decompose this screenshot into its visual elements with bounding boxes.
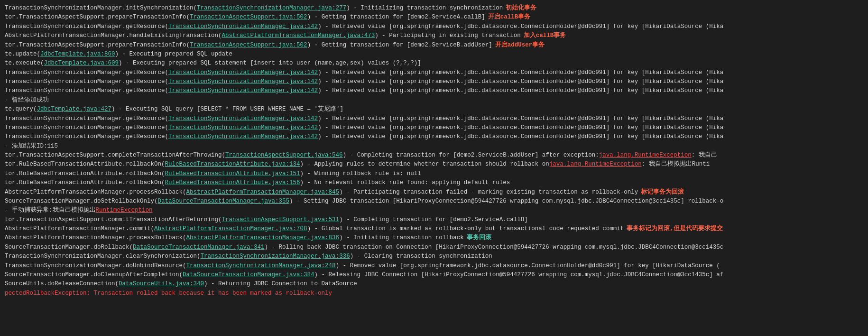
log-line: TransactionSynchronizationManager.getRes…: [5, 132, 863, 141]
annotation-text: 初始化事务: [506, 4, 536, 13]
log-link[interactable]: AbstractPlatformTransactionManager.java:…: [186, 233, 340, 243]
log-link[interactable]: TransactionSynchronizationManager.java:1…: [168, 68, 318, 77]
log-text: ) - Completing transaction for [demo2.Se…: [339, 215, 528, 224]
log-text: ) - Participating transaction failed - m…: [339, 188, 638, 197]
annotation-text: 事务标记为回滚,但是代码要求提交: [627, 224, 723, 233]
log-link[interactable]: RuleBasedTransactionAttribute.java:134: [165, 160, 300, 169]
log-text: SourceTransactionManager.doCleanupAfterC…: [5, 271, 183, 280]
log-link[interactable]: DataSourceTransactionManager.java:341: [133, 243, 265, 252]
log-line: TransactionSynchronizationManager.clearS…: [5, 252, 863, 261]
log-text: ) - Retrieved value [org.springframework…: [318, 114, 723, 123]
log-text: AbstractPlatformTransactionManager.handl…: [5, 31, 222, 40]
log-text: TransactionSynchronizationManager.getRes…: [5, 132, 168, 141]
log-link-error[interactable]: java.lang.RuntimeException: [549, 160, 642, 169]
log-text: ) - Getting transaction for [demo2.Servi…: [307, 41, 492, 50]
log-text: tor.RuleBasedTransactionAttribute.rollba…: [5, 178, 165, 187]
log-line: SourceTransactionManager.doRollback(Data…: [5, 243, 863, 252]
log-text: ) - Getting transaction for [demo2.Servi…: [307, 13, 485, 22]
log-text: ) - Retrieved value [org.springframework…: [318, 22, 723, 31]
log-line: te.update(JdbcTemplate.java:860) - Execu…: [5, 50, 863, 59]
log-link-error[interactable]: RuntimeException: [96, 206, 153, 215]
log-link-error[interactable]: java.lang.RuntimeException: [599, 151, 692, 160]
log-text: TransactionSynchronizationManager.clearS…: [5, 252, 201, 261]
log-text: AbstractPlatformTransactionManager.proce…: [5, 233, 186, 243]
log-line: TransactionSynchronizationManager.getRes…: [5, 114, 863, 123]
log-link[interactable]: TransactionSynchronizationManagec_java:1…: [168, 22, 318, 31]
log-line: AbstractPlatformTransactionManager.commi…: [5, 224, 863, 233]
log-text: AbstractPlatformTransactionManager.commi…: [5, 224, 154, 233]
log-text: SourceUtils.doReleaseConnection(: [5, 280, 119, 289]
log-link[interactable]: JdbcTemplate.java:609: [44, 59, 119, 68]
log-line: tor.TransactionAspectSupport.completeTra…: [5, 151, 863, 160]
log-link[interactable]: RuleBasedTransactionAttribute.java:156: [165, 178, 300, 187]
log-line: TransactionSynchronizationManager.getRes…: [5, 86, 863, 95]
log-line: TransactionSynchronizationManager.getRes…: [5, 77, 863, 86]
log-line: AbstractPlatformTransactionManager.handl…: [5, 31, 863, 40]
log-text: TransactionSynchronizationManager.getRes…: [5, 86, 168, 95]
log-link[interactable]: TransactionAspectSupport.java:502: [190, 41, 307, 50]
log-line: - 曾经添加成功: [5, 96, 863, 105]
log-link[interactable]: TransactionSynchronizationManager.java:1…: [168, 86, 318, 95]
log-link[interactable]: TransactionSynchronizationManager.java:2…: [197, 4, 346, 13]
log-link[interactable]: TransactionSynchronizationManager.java:2…: [186, 261, 336, 271]
log-text: ) - Releasing JDBC Connection [HikariPro…: [314, 271, 724, 280]
log-text: ) - Retrieved value [org.springframework…: [318, 123, 723, 132]
log-link[interactable]: AbstractPlatformTransactionManager.java:…: [186, 188, 340, 197]
log-line: tor.TransactionAspectSupport.prepareTran…: [5, 13, 863, 22]
log-link[interactable]: DataSourceTransactionManager.java:355: [158, 197, 290, 206]
log-link[interactable]: DataSourceUtils.java:340: [119, 280, 204, 289]
log-link[interactable]: TransactionSynchronizationManager.java:1…: [168, 114, 318, 123]
annotation-text: 开启addUser事务: [495, 41, 545, 50]
log-link[interactable]: AbstractPlatformTransactionManager.java:…: [154, 224, 307, 233]
log-line: TransactionSynchronizationManager.initSy…: [5, 4, 863, 13]
log-link[interactable]: TransactionSynchronizationManager.java:3…: [201, 252, 350, 261]
log-link[interactable]: JdbcTemplate.java:427: [37, 105, 112, 114]
log-link[interactable]: TransactionAspectSupport.java:531: [222, 215, 340, 224]
log-line: tor.RuleBasedTransactionAttribute.rollba…: [5, 178, 863, 187]
log-text: ) - Executing prepared SQL statement [in…: [119, 59, 421, 68]
log-link[interactable]: DataSourceTransactionManager.java:384: [183, 271, 314, 280]
log-text: TransactionSynchronizationManager.getRes…: [5, 68, 168, 77]
log-text: ) - Global transaction is marked as roll…: [307, 224, 624, 233]
log-link[interactable]: RuleBasedTransactionAttribute.java:151: [165, 169, 300, 178]
log-line: - 添加结果ID:115: [5, 142, 863, 151]
log-text: tor.TransactionAspectSupport.prepareTran…: [5, 41, 190, 50]
log-line: TransactionSynchronizationManager.getRes…: [5, 123, 863, 132]
log-line: tor.TransactionAspectSupport.commitTrans…: [5, 215, 863, 224]
log-line: te.execute(JdbcTemplate.java:609) - Exec…: [5, 59, 863, 68]
log-text: ) - Retrieved value [org.springframework…: [318, 68, 723, 77]
log-text: TransactionSynchronizationManager.getRes…: [5, 123, 168, 132]
log-line: TransactionSynchronizationManager.doUnbi…: [5, 261, 863, 271]
log-line: AbstractPlatformTransactionManager.proce…: [5, 188, 863, 197]
log-text: tor.RuleBasedTransactionAttribute.rollba…: [5, 169, 165, 178]
log-text: SourceTransactionManager.doRollback(: [5, 243, 133, 252]
log-text: ) - Participating in existing transactio…: [375, 31, 521, 40]
log-text: TransactionSynchronizationManager.getRes…: [5, 114, 168, 123]
log-text: ) - Winning rollback rule is: null: [300, 169, 421, 178]
log-text: te.update(: [5, 50, 40, 59]
log-text: ) - Initiating transaction rollback: [339, 233, 464, 243]
log-link[interactable]: TransactionSynchronizationManager.java:1…: [168, 77, 318, 86]
log-text: ) - Initializing transaction synchroniza…: [346, 4, 503, 13]
log-text: TransactionSynchronizationManager.getRes…: [5, 22, 168, 31]
log-text: ) - Setting JDBC transaction [HikariProx…: [289, 197, 723, 206]
log-text: tor.RuleBasedTransactionAttribute.rollba…: [5, 160, 165, 169]
log-line: tor.RuleBasedTransactionAttribute.rollba…: [5, 169, 863, 178]
log-text: tor.TransactionAspectSupport.commitTrans…: [5, 215, 222, 224]
log-line: AbstractPlatformTransactionManager.proce…: [5, 233, 863, 243]
log-text: ) - Rolling back JDBC transaction on Con…: [265, 243, 724, 252]
log-container: TransactionSynchronizationManager.initSy…: [5, 4, 863, 298]
log-link[interactable]: TransactionAspectSupport.java:546: [225, 151, 343, 160]
log-link[interactable]: AbstractPlatformTransactionManager.java:…: [222, 31, 375, 40]
log-text: ) - No relevant rollback rule found: app…: [300, 178, 510, 187]
log-link[interactable]: JdbcTemplate.java:860: [40, 50, 115, 59]
log-text: TransactionSynchronizationManager.doUnbi…: [5, 261, 186, 271]
log-link[interactable]: TransactionSynchronizationManager.java:1…: [168, 132, 318, 141]
log-line: tor.TransactionAspectSupport.prepareTran…: [5, 41, 863, 50]
log-line: pectedRollbackException: Transaction rol…: [5, 289, 863, 298]
log-line: SourceTransactionManager.doCleanupAfterC…: [5, 271, 863, 280]
log-link[interactable]: TransactionSynchronizationManager.java:1…: [168, 123, 318, 132]
log-text: : 我自己模拟抛出Runti: [642, 160, 710, 169]
log-text: ) - Removed value [org.springframework.j…: [336, 261, 720, 271]
log-link[interactable]: TransactionAspectSupport.java:502: [190, 13, 307, 22]
